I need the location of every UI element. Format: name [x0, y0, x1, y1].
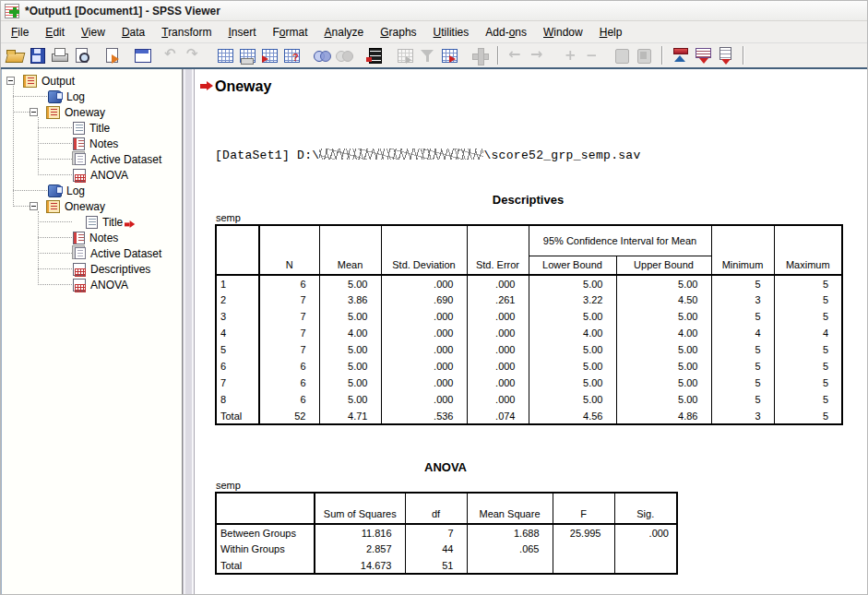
row-label-header	[216, 493, 315, 524]
tree-expander-icon[interactable]	[30, 202, 38, 210]
show-all-variables-button[interactable]	[333, 44, 355, 66]
redo-button[interactable]	[184, 44, 206, 66]
cell-value: .000	[467, 325, 529, 341]
descriptives-row-total: Total524.71.536.0744.564.8635	[216, 408, 842, 424]
demote-outline-button[interactable]	[692, 44, 714, 66]
menu-item-insert[interactable]: Insert	[220, 23, 264, 42]
menu-item-format[interactable]: Format	[265, 23, 316, 42]
menu-item-help[interactable]: Help	[591, 23, 631, 42]
save-file-icon	[28, 46, 46, 65]
tree-item-anova[interactable]: ANOVA	[2, 277, 182, 292]
tree-item-title[interactable]: Title	[2, 120, 182, 136]
table-icon	[73, 279, 86, 292]
tree-item-label: Log	[66, 184, 85, 197]
insert-heading-button[interactable]	[714, 44, 736, 66]
cell-value: 5	[711, 375, 774, 391]
tree-item-label: ANOVA	[90, 169, 128, 182]
variables-button[interactable]	[258, 44, 280, 66]
tree-item-output[interactable]: Output	[2, 73, 182, 89]
menu-item-add-ons[interactable]: Add-ons	[477, 23, 535, 42]
dataset-icon	[75, 247, 86, 259]
print-preview-button[interactable]	[70, 44, 92, 66]
cell-value: 3.22	[529, 292, 616, 308]
goto-case-button[interactable]	[236, 44, 258, 66]
menu-item-edit[interactable]: Edit	[37, 23, 73, 42]
export-output-button[interactable]	[101, 44, 123, 66]
tree-item-notes[interactable]: Notes	[2, 230, 182, 245]
tree-item-title[interactable]: Title	[2, 214, 182, 230]
find-button[interactable]	[280, 44, 303, 66]
tree-item-active-dataset[interactable]: Active Dataset	[2, 151, 182, 167]
title-bar: *Output1 [Document1] - SPSS Viewer	[1, 1, 867, 21]
tree-item-oneway[interactable]: Oneway	[2, 198, 182, 214]
menu-item-data[interactable]: Data	[113, 23, 153, 42]
save-file-button[interactable]	[26, 44, 48, 66]
insert-table-button[interactable]	[438, 44, 460, 66]
move-objects-button[interactable]	[469, 44, 491, 66]
tree-expander-icon[interactable]	[6, 77, 15, 85]
anova-table[interactable]: Sum of SquaresdfMean SquareFSig.Between …	[215, 492, 678, 575]
spss-viewer-window: *Output1 [Document1] - SPSS Viewer FileE…	[0, 0, 868, 595]
menu-item-analyze[interactable]: Analyze	[316, 23, 373, 42]
cell-value: 5.00	[529, 375, 616, 391]
run-script-button[interactable]	[363, 44, 386, 66]
tree-item-label: Oneway	[65, 200, 105, 213]
print-preview-icon	[72, 46, 90, 65]
expand-outline-button[interactable]	[558, 44, 580, 66]
tree-item-oneway[interactable]: Oneway	[2, 104, 182, 120]
goto-data-button[interactable]	[214, 44, 236, 66]
cell-value: 5	[711, 358, 774, 375]
nav-previous-button[interactable]	[505, 44, 528, 66]
cell-value	[614, 557, 677, 574]
promote-outline-button[interactable]	[670, 44, 692, 66]
cell-value: .065	[467, 541, 553, 557]
hide-items-button[interactable]	[633, 44, 655, 66]
collapse-outline-button[interactable]	[580, 44, 602, 66]
cell-value: 5.00	[616, 275, 711, 292]
tree-item-log[interactable]: Log	[2, 89, 182, 104]
descriptives-row-4: 474.00.000.0004.004.0044	[216, 325, 842, 341]
cell-value: .536	[381, 408, 467, 424]
cell-value: .000	[467, 391, 529, 408]
open-file-button[interactable]	[4, 44, 26, 66]
tree-item-notes[interactable]: Notes	[2, 136, 182, 151]
promote-outline-icon	[672, 46, 690, 65]
column-header-mean-square: Mean Square	[467, 493, 553, 524]
menu-item-transform[interactable]: Transform	[153, 23, 220, 42]
cell-value: 2.857	[315, 541, 405, 557]
menu-item-graphs[interactable]: Graphs	[372, 23, 424, 42]
tree-item-label: Active Dataset	[90, 247, 161, 260]
menu-item-view[interactable]: View	[73, 23, 113, 42]
window-title: *Output1 [Document1] - SPSS Viewer	[25, 5, 220, 18]
designate-window-button[interactable]	[416, 44, 438, 66]
anova-pivot-table[interactable]: Sum of SquaresdfMean SquareFSig.Between …	[215, 492, 678, 575]
recall-dialog-button[interactable]	[131, 44, 153, 66]
toolbar-separator	[743, 46, 744, 65]
descriptives-table[interactable]: NMeanStd. DeviationStd. Error95% Confide…	[215, 224, 843, 425]
menu-item-window[interactable]: Window	[535, 23, 591, 42]
pane-splitter[interactable]	[183, 69, 195, 594]
log-icon	[48, 90, 62, 103]
tree-item-anova[interactable]: ANOVA	[2, 167, 182, 183]
descriptives-row-5: 575.00.000.0005.005.0055	[216, 341, 842, 358]
move-objects-icon	[470, 46, 489, 65]
cell-value: 4.56	[529, 408, 616, 424]
dataset-path-prefix: [DataSet1] D:\	[215, 149, 319, 162]
row-label: Within Groups	[216, 541, 315, 557]
goto-case-icon	[238, 46, 256, 65]
select-last-output-button[interactable]	[394, 44, 416, 66]
menu-item-utilities[interactable]: Utilities	[425, 23, 478, 42]
show-items-button[interactable]	[611, 44, 633, 66]
tree-item-descriptives[interactable]: Descriptives	[2, 261, 182, 277]
menu-item-file[interactable]: File	[3, 23, 37, 42]
descriptives-pivot-table[interactable]: NMeanStd. DeviationStd. Error95% Confide…	[215, 224, 843, 425]
tree-item-log[interactable]: Log	[2, 183, 182, 198]
row-label-header	[216, 225, 259, 275]
tree-item-active-dataset[interactable]: Active Dataset	[2, 245, 182, 261]
tree-expander-icon[interactable]	[30, 108, 38, 116]
nav-next-button[interactable]	[528, 44, 550, 66]
print-button[interactable]	[48, 44, 70, 66]
undo-button[interactable]	[161, 44, 184, 66]
output-heading: Oneway	[215, 78, 271, 95]
use-variable-sets-button[interactable]	[311, 44, 333, 66]
